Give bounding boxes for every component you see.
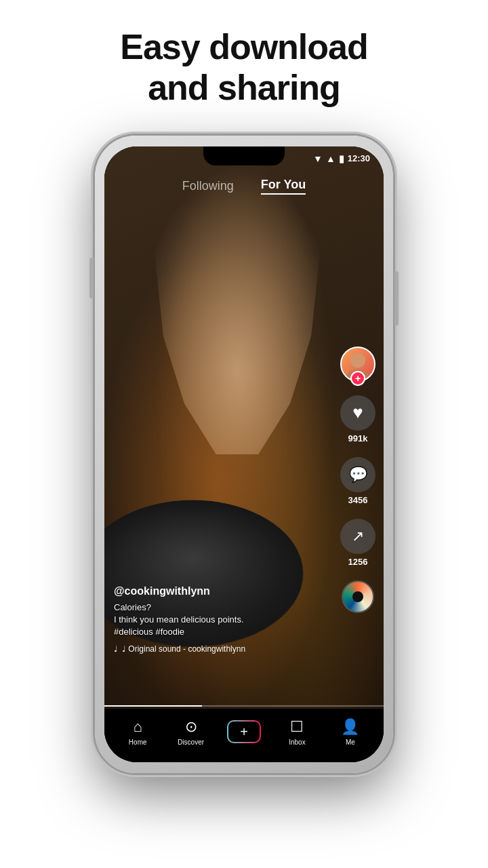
video-progress-bar[interactable] [104, 705, 384, 707]
caption-line1: Calories? [114, 602, 151, 612]
home-icon: ⌂ [134, 718, 142, 736]
inbox-icon: ☐ [290, 718, 304, 736]
me-label: Me [346, 738, 355, 746]
status-time: 12:30 [348, 153, 370, 163]
caption-tags: #delicious #foodie [114, 627, 184, 637]
sound-info[interactable]: ♩ ♩ Original sound - cookingwithlynn [114, 644, 329, 654]
share-count: 1256 [348, 557, 368, 567]
svg-point-0 [350, 353, 365, 368]
share-button[interactable]: ↗ [340, 519, 375, 554]
add-icon: + [240, 724, 248, 740]
video-area[interactable]: ▼ ▲ ▮ 12:30 Following For You [104, 146, 384, 762]
video-info: @cookingwithlynn Calories? I think you m… [114, 585, 329, 654]
comment-button[interactable]: 💬 [340, 457, 375, 492]
share-action[interactable]: ↗ 1256 [340, 519, 375, 567]
sound-text: ♩ Original sound - cookingwithlynn [122, 644, 245, 654]
home-label: Home [129, 738, 147, 746]
profile-icon: 👤 [341, 718, 359, 736]
follow-plus-button[interactable]: + [350, 371, 365, 386]
nav-tab-me[interactable]: 👤 Me [324, 718, 377, 746]
discover-label: Discover [178, 738, 204, 746]
like-action[interactable]: ♥ 991k [340, 395, 375, 443]
page-header: Easy download and sharing [120, 27, 368, 108]
caption-line2: I think you mean delicious points. [114, 614, 244, 625]
wifi-icon: ▼ [313, 153, 323, 164]
progress-fill [104, 705, 202, 707]
tab-following[interactable]: Following [182, 179, 234, 193]
phone-frame: ▼ ▲ ▮ 12:30 Following For You [95, 136, 393, 773]
comment-icon: 💬 [349, 466, 367, 484]
comment-action[interactable]: 💬 3456 [340, 457, 375, 505]
bottom-navigation: ⌂ Home ⊙ Discover + ☐ Inbox [104, 708, 384, 762]
share-icon: ↗ [352, 528, 364, 545]
phone-notch [203, 146, 285, 165]
music-note-icon: ♩ [114, 644, 118, 654]
nav-tab-inbox[interactable]: ☐ Inbox [270, 718, 323, 746]
battery-icon: ▮ [339, 153, 344, 164]
nav-tab-discover[interactable]: ⊙ Discover [164, 718, 217, 746]
tab-for-you[interactable]: For You [261, 178, 306, 195]
signal-icon: ▲ [326, 153, 336, 164]
comment-count: 3456 [348, 495, 368, 505]
nav-tab-home[interactable]: ⌂ Home [111, 718, 164, 746]
creator-username[interactable]: @cookingwithlynn [114, 585, 329, 597]
creator-avatar[interactable]: + [340, 347, 375, 382]
music-disc[interactable] [342, 580, 374, 613]
video-caption: Calories? I think you mean delicious poi… [114, 601, 329, 639]
header-line1: Easy download [120, 27, 368, 66]
phone-mockup: ▼ ▲ ▮ 12:30 Following For You [95, 129, 393, 780]
top-navigation: Following For You [104, 171, 384, 201]
header-line2: and sharing [148, 68, 340, 107]
discover-icon: ⊙ [185, 718, 197, 736]
phone-screen: ▼ ▲ ▮ 12:30 Following For You [104, 146, 384, 762]
right-actions: + ♥ 991k 💬 3456 [340, 347, 375, 613]
like-count: 991k [348, 433, 368, 443]
music-disc-center [352, 591, 363, 602]
add-button[interactable]: + [227, 720, 261, 743]
like-button[interactable]: ♥ [340, 395, 375, 431]
inbox-label: Inbox [289, 738, 305, 746]
nav-tab-add[interactable]: + [218, 720, 270, 743]
heart-icon: ♥ [352, 402, 363, 423]
